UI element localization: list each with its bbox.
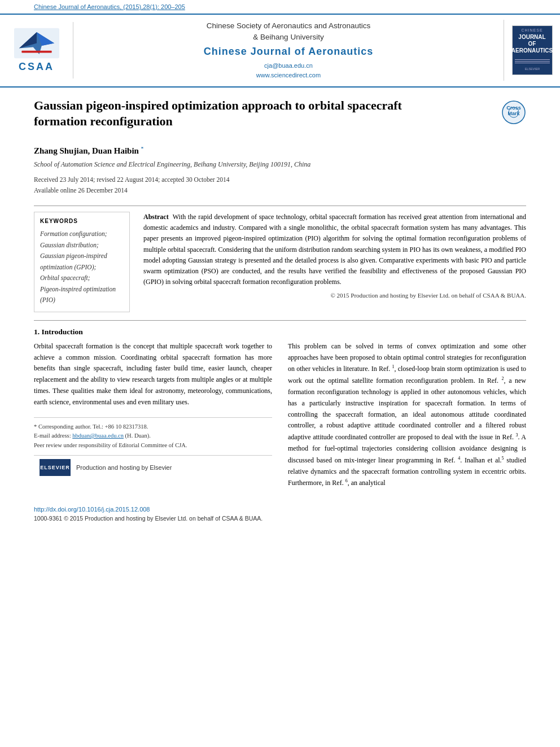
csaa-logo-container: CSAA [0,22,73,78]
article-title: Gaussian pigeon-inspired optimization ap… [34,98,403,130]
article-content: Gaussian pigeon-inspired optimization ap… [0,88,560,500]
abstract-box: Abstract With the rapid development of s… [143,212,526,312]
footnote-email: E-mail address: hbduan@buaa.edu.cn (H. D… [34,431,272,441]
article-affiliation: School of Automation Science and Electri… [34,160,526,169]
svg-text:ELSEVIER: ELSEVIER [524,67,540,71]
title-row: Gaussian pigeon-inspired optimization ap… [34,98,526,138]
footnote-corresponding: * Corresponding author. Tel.: +86 10 823… [34,422,272,432]
abstract-text: Abstract With the rapid development of s… [143,212,526,287]
svg-text:Cross: Cross [506,105,521,111]
crossmark-badge-icon[interactable]: Cross Mark [501,100,526,125]
keyword-5: Orbital spacecraft; [40,273,124,284]
keyword-7: (PIO) [40,295,124,306]
section1-col-right: This problem can be solved in terms of c… [288,341,526,489]
svg-rect-4 [21,51,51,53]
elsevier-logo: ELSEVIER [40,459,71,476]
csaa-acronym: CSAA [19,61,54,73]
footnotes: * Corresponding author. Tel.: +86 10 823… [34,417,272,451]
keyword-3: Gaussian pigeon-inspired [40,251,124,262]
received-date: Received 23 July 2014; revised 22 August… [34,174,526,186]
badge-top-text: CHINESE [521,28,542,32]
journal-contact-links: cja@buaa.edu.cn www.sciencedirect.com [256,61,321,81]
csaa-logo: CSAA [14,28,59,73]
section1-heading: 1. Introduction [34,327,526,337]
elsevier-mini-logo: ELSEVIER [518,64,546,72]
section1-columns: Orbital spacecraft formation is the conc… [34,341,526,489]
bottom-links: http://dx.doi.org/10.1016/j.cja.2015.12.… [0,500,560,524]
journal-header-center: Chinese Society of Aeronautics and Astro… [73,15,504,86]
issn-text: 1000-9361 © 2015 Production and hosting … [34,515,526,522]
elsevier-tagline: Production and hosting by Elsevier [76,464,172,471]
footnote-email-link[interactable]: hbduan@buaa.edu.cn [72,433,124,439]
available-online-date: Available online 26 December 2014 [34,185,526,196]
badge-decorative-lines [515,58,550,64]
journal-title: Chinese Journal of Aeronautics [204,46,373,58]
journal-badge-container: CHINESE JOURNALOFAERONAUTICS ELSEVIER [504,20,560,81]
badge-journal-title: JOURNALOFAERONAUTICS [511,34,553,54]
keyword-1: Formation configuration; [40,229,124,240]
abstract-divider-bottom [34,320,526,321]
article-dates: Received 23 July 2014; revised 22 August… [34,174,526,196]
elsevier-footer-band: ELSEVIER Production and hosting by Elsev… [34,455,272,479]
section1-col-left: Orbital spacecraft formation is the conc… [34,341,272,489]
keyword-6: Pigeon-inspired optimization [40,284,124,295]
abstract-copyright: © 2015 Production and hosting by Elsevie… [143,292,526,299]
doi-link[interactable]: http://dx.doi.org/10.1016/j.cja.2015.12.… [34,506,150,513]
journal-website-link[interactable]: www.sciencedirect.com [256,71,321,81]
keywords-heading: KEYWORDS [40,218,124,224]
keyword-4: optimization (GPIO); [40,262,124,273]
journal-header: CSAA Chinese Society of Aeronautics and … [0,14,560,88]
article-authors: Zhang Shujian, Duan Haibin * [34,146,526,156]
elsevier-journal-badge: CHINESE JOURNALOFAERONAUTICS ELSEVIER [512,25,553,75]
section1-left-text: Orbital spacecraft formation is the conc… [34,341,272,408]
abstract-body: With the rapid development of space tech… [143,213,526,286]
keyword-2: Gaussian distribution; [40,240,124,251]
abstract-keywords-section: KEYWORDS Formation configuration; Gaussi… [34,212,526,312]
keywords-box: KEYWORDS Formation configuration; Gaussi… [34,212,130,312]
journal-email-link[interactable]: cja@buaa.edu.cn [256,61,321,71]
section1-right-text: This problem can be solved in terms of c… [288,341,526,489]
csaa-plane-icon [14,28,59,59]
footnote-peer-review: Peer review under responsibility of Edit… [34,441,272,451]
abstract-label: Abstract [143,213,169,221]
organization-name: Chinese Society of Aeronautics and Astro… [207,20,370,43]
journal-reference-link[interactable]: Chinese Journal of Aeronautics, (2015),2… [0,0,560,14]
abstract-divider-top [34,206,526,206]
